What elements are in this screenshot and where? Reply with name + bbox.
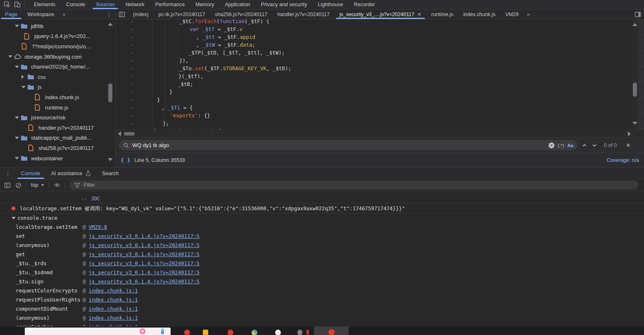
scroll-left-arrow[interactable]	[118, 131, 121, 136]
sidebar-scroll-down[interactable]	[108, 158, 113, 161]
main-tab[interactable]: Memory	[190, 0, 219, 9]
clear-search-icon[interactable]: ✕	[549, 143, 554, 148]
stack-source-link[interactable]: js_security_v3_0.1.4.js?v=20240117:5	[88, 241, 200, 250]
scroll-down-arrow[interactable]	[632, 122, 637, 125]
toggle-navigator-icon[interactable]	[116, 10, 128, 19]
context-selector[interactable]: top	[31, 182, 44, 188]
device-toolbar-icon[interactable]	[14, 1, 21, 8]
coverage-link[interactable]: Coverage: n/a	[606, 157, 639, 163]
line-gutter[interactable]: -	[116, 104, 145, 112]
tree-item[interactable]: sha256.js?v=20240117	[0, 143, 105, 153]
line-gutter[interactable]: -	[116, 88, 145, 96]
console-filter-input[interactable]	[83, 182, 634, 188]
main-tab[interactable]: Elements	[29, 0, 61, 9]
close-tab-icon[interactable]: ✕	[417, 12, 421, 17]
line-gutter[interactable]: -	[116, 64, 145, 72]
file-tab[interactable]: runtime.js ✕	[426, 10, 458, 19]
editor-horizontal-scrollbar[interactable]	[116, 129, 644, 138]
drawer-tab[interactable]: AI assistance	[46, 168, 97, 179]
tree-item[interactable]: jquery-1.6.4.js?v=202...	[0, 31, 105, 42]
main-tab[interactable]: Console	[61, 0, 90, 9]
drawer-tab[interactable]: Search	[97, 168, 124, 179]
scroll-up-arrow[interactable]	[632, 23, 637, 26]
drawer-tab[interactable]: Console	[16, 168, 46, 179]
disclosure-arrow-icon[interactable]	[15, 157, 21, 159]
file-tab[interactable]: handler.js?v=20240117 ✕	[272, 10, 335, 19]
taskbar-active-app[interactable]	[314, 326, 349, 335]
line-gutter[interactable]: -	[116, 49, 145, 57]
clear-console-icon[interactable]	[15, 182, 21, 188]
find-previous-icon[interactable]	[582, 143, 587, 148]
tree-item[interactable]: handler.js?v=20240117	[0, 123, 105, 133]
more-file-tabs-icon[interactable]: »	[523, 10, 533, 19]
regex-toggle[interactable]: (.*)	[558, 143, 564, 148]
main-tab[interactable]: Network	[120, 0, 150, 9]
line-gutter[interactable]: -	[116, 33, 145, 41]
navigator-menu-icon[interactable]: ⋮	[103, 10, 115, 19]
taskbar-app-icon-gray[interactable]	[297, 330, 302, 335]
tree-item[interactable]: js	[0, 82, 105, 93]
tree-item[interactable]: staticapp/pc_mall_publi...	[0, 133, 105, 143]
tree-item[interactable]: jsresource/risk	[0, 112, 105, 123]
main-tab[interactable]: Lighthouse	[312, 0, 348, 9]
navigator-tab[interactable]: Page	[0, 10, 22, 19]
scroll-right-arrow[interactable]	[628, 131, 631, 136]
taskbar-app-icon-red2[interactable]	[228, 330, 233, 335]
find-next-icon[interactable]	[592, 143, 597, 148]
live-expression-eye-icon[interactable]	[54, 182, 60, 188]
main-tab[interactable]: Application	[219, 0, 255, 9]
line-gutter[interactable]: -	[116, 112, 145, 119]
stack-source-link[interactable]: js_security_v3_0.1.4.js?v=20240117:5	[88, 277, 200, 286]
file-tab[interactable]: VM29 ✕	[500, 10, 523, 19]
h-scrollbar-thumb[interactable]	[124, 132, 135, 135]
sidebar-scroll-up[interactable]	[108, 23, 113, 26]
stack-source-link[interactable]: index.chunk.js:1	[88, 304, 138, 314]
disclosure-arrow-icon[interactable]	[15, 116, 21, 119]
file-tab[interactable]: sha256.js?v=20240117 ✕	[210, 10, 273, 19]
stack-source-link[interactable]: index.chunk.js:1	[88, 295, 138, 304]
line-gutter[interactable]: -	[116, 57, 145, 64]
tree-item[interactable]: runtime.js	[0, 102, 105, 113]
close-find-bar-icon[interactable]: ✕	[623, 142, 633, 148]
stack-source-link[interactable]: js_security_v3_0.1.4.js?v=20240117:5	[88, 232, 200, 241]
file-tab[interactable]: index.chunk.js ✕	[458, 10, 500, 19]
line-gutter[interactable]: -	[116, 41, 145, 49]
stack-source-link[interactable]: js_security_v3_0.1.4.js?v=20240117:5	[88, 268, 200, 277]
taskbar-app-icon-small-red[interactable]	[307, 330, 309, 335]
file-tab[interactable]: (index) ✕	[128, 10, 154, 19]
toggle-right-panel-icon[interactable]	[632, 10, 644, 19]
line-gutter[interactable]: -	[116, 96, 145, 104]
pretty-print-icon[interactable]: { }	[121, 157, 130, 163]
disclosure-arrow-icon[interactable]	[8, 55, 14, 58]
match-case-toggle[interactable]: Aa	[567, 143, 573, 148]
main-tab[interactable]: Sources	[90, 0, 120, 9]
tree-item[interactable]: channel2022/jd_home/...	[0, 62, 105, 72]
taskbar-app-icon-yellow[interactable]	[203, 330, 208, 335]
taskbar-app-icon-red[interactable]	[184, 330, 190, 335]
stack-source-link[interactable]: js_security_v3_0.1.4.js?v=20240117:5	[88, 250, 200, 259]
window-preview-sliver[interactable]	[25, 328, 171, 335]
main-tab[interactable]: Performance	[150, 0, 190, 9]
line-gutter[interactable]: -	[116, 80, 145, 88]
disclosure-arrow-icon[interactable]	[21, 75, 27, 79]
console-trace-header[interactable]: console.trace	[0, 214, 644, 223]
file-tab[interactable]: js_security_v3_....js?v=20240117 ✕	[335, 10, 426, 19]
disclosure-arrow-icon[interactable]	[15, 137, 21, 139]
drawer-menu-icon[interactable]: ⋮	[0, 168, 16, 179]
taskbar-app-icon-multicolor[interactable]	[252, 330, 257, 335]
tree-item[interactable]: css	[0, 72, 105, 82]
expand-caret-icon[interactable]	[12, 217, 16, 219]
tree-item[interactable]: index.chunk.js	[0, 92, 105, 102]
editor-scrollbar-thumb[interactable]	[633, 83, 637, 97]
line-gutter[interactable]: -	[116, 72, 145, 80]
main-tab[interactable]: Recorder	[349, 0, 380, 9]
disclosure-arrow-icon[interactable]	[21, 86, 27, 88]
file-tab[interactable]: pc-tk.js?v=20240117 ✕	[154, 10, 210, 19]
tree-item[interactable]: storage.360buyimg.com	[0, 52, 105, 62]
find-input[interactable]	[132, 142, 545, 148]
sidebar-scrollbar-thumb[interactable]	[108, 83, 112, 102]
tree-item[interactable]: ??mtd/pc/common/js/o...	[0, 41, 105, 52]
editor-vertical-scrollbar[interactable]	[632, 19, 638, 129]
stack-source-link[interactable]: index.chunk.js:1	[88, 286, 138, 295]
tree-item[interactable]: webcontainer	[0, 153, 105, 164]
